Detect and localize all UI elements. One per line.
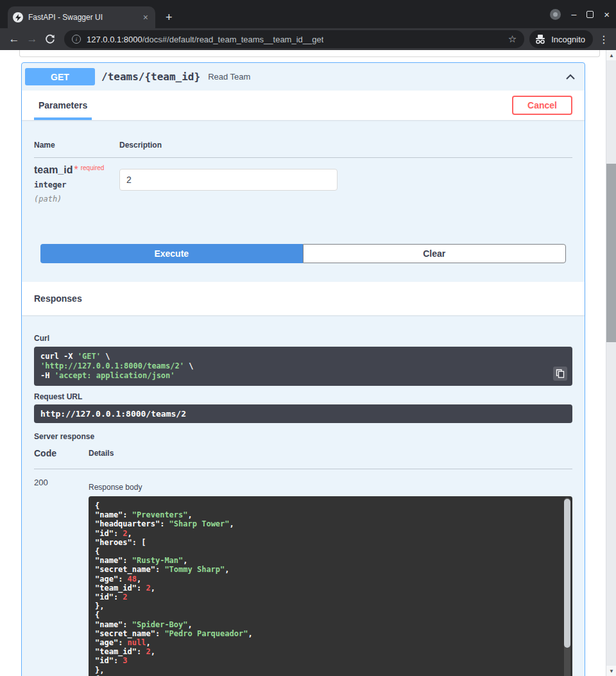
incognito-badge: Incognito xyxy=(529,30,593,48)
scroll-down-icon[interactable]: ▼ xyxy=(606,666,616,676)
required-label: required xyxy=(81,164,105,171)
request-url-value: http://127.0.0.1:8000/teams/2 xyxy=(34,404,572,423)
details-column-header: Details xyxy=(89,449,114,458)
column-description: Description xyxy=(119,141,162,150)
copy-to-clipboard-icon[interactable] xyxy=(553,367,567,381)
operation-description: Read Team xyxy=(208,72,250,82)
response-row: 200 Response body { "name": "Preventers"… xyxy=(34,469,572,676)
parameter-row: team_id*required integer (path) xyxy=(34,158,572,204)
team-id-input[interactable] xyxy=(119,169,338,191)
parameters-header: Parameters Cancel xyxy=(22,91,585,120)
window-maximize-icon[interactable] xyxy=(586,11,594,18)
tab-close-icon[interactable]: × xyxy=(141,12,150,22)
page-scrollbar[interactable]: ▲ ▼ xyxy=(606,50,616,676)
collapse-chevron-icon[interactable] xyxy=(565,74,576,80)
response-body-block[interactable]: { "name": "Preventers", "headquarters": … xyxy=(89,496,572,676)
tab-title: FastAPI - Swagger UI xyxy=(28,13,141,22)
back-icon[interactable]: ← xyxy=(5,30,23,48)
response-scrollbar-thumb[interactable] xyxy=(564,499,570,648)
url-bar[interactable]: i 127.0.0.1:8000 /docs#/default/read_tea… xyxy=(64,30,524,48)
browser-tab[interactable]: FastAPI - Swagger UI × xyxy=(8,6,155,28)
execute-button[interactable]: Execute xyxy=(40,244,303,263)
clear-button[interactable]: Clear xyxy=(303,244,567,263)
response-table-header: Code Details xyxy=(34,449,572,469)
parameter-location: (path) xyxy=(34,195,119,204)
bookmark-star-icon[interactable]: ☆ xyxy=(503,33,517,45)
swagger-page: GET /teams/{team_id} Read Team Parameter… xyxy=(0,50,616,676)
window-controls: – × xyxy=(550,0,610,28)
browser-menu-icon[interactable]: ⋮ xyxy=(597,33,611,46)
server-response-label: Server response xyxy=(34,432,572,441)
page-scrollbar-thumb[interactable] xyxy=(606,164,616,342)
profile-icon[interactable] xyxy=(550,9,561,20)
parameter-type: integer xyxy=(34,180,119,189)
url-host: 127.0.0.1:8000 xyxy=(87,35,142,44)
parameters-body: Name Description team_id*required intege… xyxy=(22,120,585,282)
operation-summary[interactable]: GET /teams/{team_id} Read Team xyxy=(22,63,585,91)
execute-row: Execute Clear xyxy=(40,244,566,263)
response-scrollbar[interactable] xyxy=(564,498,570,676)
window-close-icon[interactable]: × xyxy=(604,9,610,20)
code-column-header: Code xyxy=(34,449,89,458)
responses-body: Curl curl -X 'GET' \ 'http://127.0.0.1:8… xyxy=(22,315,585,676)
parameter-description-cell xyxy=(119,164,338,204)
browser-toolbar: ← → i 127.0.0.1:8000 /docs#/default/read… xyxy=(0,28,616,50)
response-body-json: { "name": "Preventers", "headquarters": … xyxy=(95,501,566,676)
parameter-name-cell: team_id*required integer (path) xyxy=(34,164,119,204)
new-tab-button[interactable]: + xyxy=(166,12,173,23)
reload-icon[interactable] xyxy=(41,30,59,48)
scroll-up-icon[interactable]: ▲ xyxy=(606,50,616,60)
response-details-cell: Response body { "name": "Preventers", "h… xyxy=(89,478,572,676)
responses-header: Responses xyxy=(22,282,585,315)
parameters-table-header: Name Description xyxy=(34,141,572,158)
curl-command-block: curl -X 'GET' \ 'http://127.0.0.1:8000/t… xyxy=(34,347,572,386)
url-path: /docs#/default/read_team_teams__team_id_… xyxy=(142,35,324,44)
curl-label: Curl xyxy=(34,334,572,343)
response-body-label: Response body xyxy=(89,483,572,492)
incognito-spy-icon xyxy=(534,33,547,46)
status-code: 200 xyxy=(34,478,89,676)
parameters-title: Parameters xyxy=(34,91,92,120)
window-minimize-icon[interactable]: – xyxy=(571,11,576,17)
page-info-icon[interactable]: i xyxy=(72,35,81,44)
operation-block-get-teams: GET /teams/{team_id} Read Team Parameter… xyxy=(21,62,585,676)
browser-titlebar: FastAPI - Swagger UI × + – × xyxy=(0,0,616,28)
responses-title: Responses xyxy=(34,293,82,304)
curl-command: curl -X 'GET' \ 'http://127.0.0.1:8000/t… xyxy=(40,352,566,381)
forward-icon: → xyxy=(23,30,41,48)
incognito-label: Incognito xyxy=(551,35,585,44)
browser-window: FastAPI - Swagger UI × + – × ← → i 127.0… xyxy=(0,0,616,676)
parameter-name: team_id xyxy=(34,164,73,175)
previous-block-edge xyxy=(19,50,600,57)
method-badge: GET xyxy=(25,68,95,85)
column-name: Name xyxy=(34,141,119,150)
fastapi-favicon-icon xyxy=(13,12,23,22)
required-asterisk: * xyxy=(74,164,78,175)
cancel-button[interactable]: Cancel xyxy=(512,96,572,115)
operation-path: /teams/{team_id} xyxy=(101,71,200,83)
request-url-label: Request URL xyxy=(34,392,572,401)
